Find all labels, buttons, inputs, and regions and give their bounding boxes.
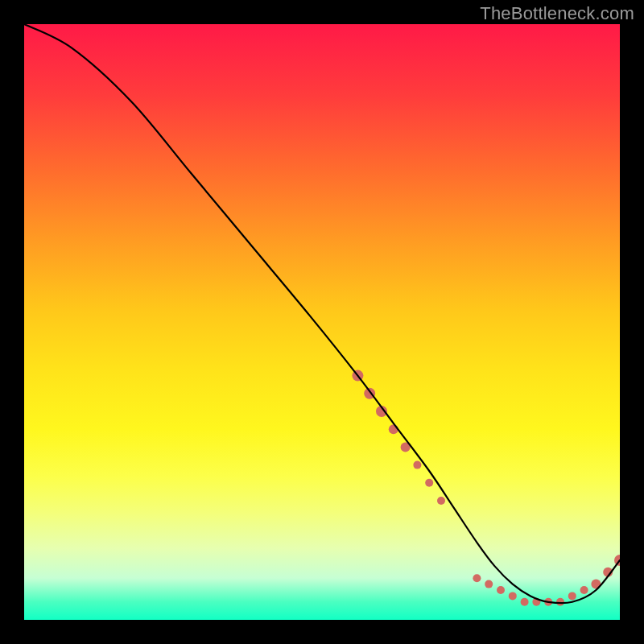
data-marker [568,592,576,600]
data-marker [485,580,493,588]
data-marker [521,598,529,606]
data-marker [425,479,433,487]
data-marker [580,586,588,594]
watermark-text: TheBottleneck.com [480,3,634,24]
data-marker [497,586,505,594]
data-marker [509,592,517,600]
plot-area [24,24,620,620]
data-marker [556,598,564,606]
curve-svg [24,24,620,620]
data-marker [437,497,445,505]
markers-group [352,370,620,606]
data-marker [413,461,421,469]
data-marker [473,574,481,582]
chart-frame: TheBottleneck.com [0,0,644,644]
bottleneck-curve [24,24,620,603]
